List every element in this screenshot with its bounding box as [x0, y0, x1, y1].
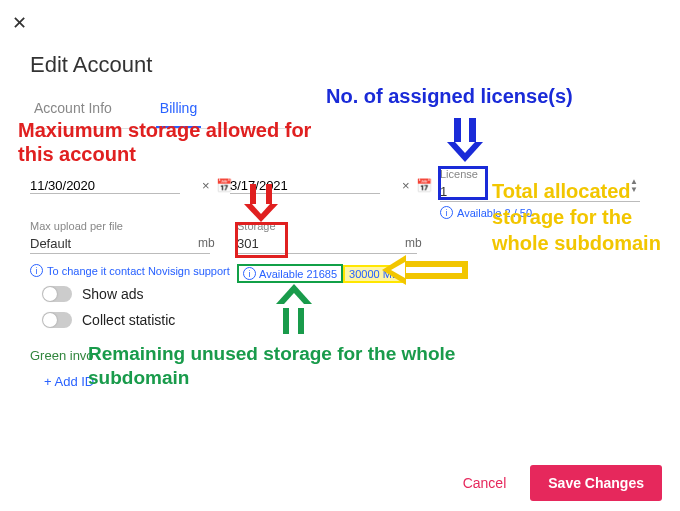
annotation-text-green: Remaining unused storage for the whole s…: [88, 342, 488, 390]
info-icon: i: [440, 206, 453, 219]
end-date-input[interactable]: [230, 178, 398, 193]
calendar-icon[interactable]: 📅: [414, 178, 434, 193]
clear-icon[interactable]: ×: [198, 178, 214, 193]
storage-availability: i Available 21685 30000 MB: [237, 264, 405, 283]
annotation-arrow-blue: [442, 118, 488, 166]
add-id-button[interactable]: + Add ID: [44, 374, 94, 389]
chevron-down-icon[interactable]: ▼: [630, 186, 638, 194]
field-storage: Storage: [237, 220, 417, 254]
tab-billing[interactable]: Billing: [156, 92, 201, 128]
toggle-show-ads[interactable]: [42, 286, 72, 302]
toggle-collect-statistic[interactable]: [42, 312, 72, 328]
unit-mb: mb: [405, 236, 422, 250]
max-upload-input[interactable]: [30, 234, 210, 254]
footer: Cancel Save Changes: [463, 465, 662, 501]
green-invoice-label: Green invo: [30, 348, 94, 363]
annotation-arrow-green: [272, 284, 316, 334]
field-license: License i Available 2 / 50: [440, 168, 640, 219]
save-button[interactable]: Save Changes: [530, 465, 662, 501]
field-max-upload: Max upload per file: [30, 220, 210, 254]
unit-mb: mb: [198, 236, 215, 250]
support-note: i To change it contact Novisign support: [30, 264, 230, 277]
page-title: Edit Account: [30, 52, 152, 78]
close-icon[interactable]: ✕: [12, 12, 27, 34]
start-date-input[interactable]: [30, 178, 198, 193]
toggle-show-ads-row: Show ads: [42, 286, 143, 302]
storage-total-box: 30000 MB: [343, 265, 405, 283]
storage-input[interactable]: [237, 234, 417, 254]
clear-icon[interactable]: ×: [398, 178, 414, 193]
license-availability: i Available 2 / 50: [440, 206, 640, 219]
cancel-button[interactable]: Cancel: [463, 475, 507, 491]
storage-label: Storage: [237, 220, 417, 232]
toggle-show-ads-label: Show ads: [82, 286, 143, 302]
license-input[interactable]: [440, 182, 640, 202]
field-end-date: × 📅: [230, 178, 380, 194]
info-icon: i: [243, 267, 256, 280]
toggle-collect-statistic-row: Collect statistic: [42, 312, 175, 328]
max-upload-label: Max upload per file: [30, 220, 210, 232]
annotation-text-blue: No. of assigned license(s): [326, 84, 573, 108]
storage-available-box: i Available 21685: [237, 264, 343, 283]
license-label: License: [440, 168, 640, 180]
toggle-collect-statistic-label: Collect statistic: [82, 312, 175, 328]
field-start-date: × 📅: [30, 178, 180, 194]
info-icon: i: [30, 264, 43, 277]
tab-account-info[interactable]: Account Info: [30, 92, 116, 128]
license-stepper[interactable]: ▲ ▼: [630, 178, 638, 194]
tabs: Account Info Billing: [30, 92, 290, 129]
